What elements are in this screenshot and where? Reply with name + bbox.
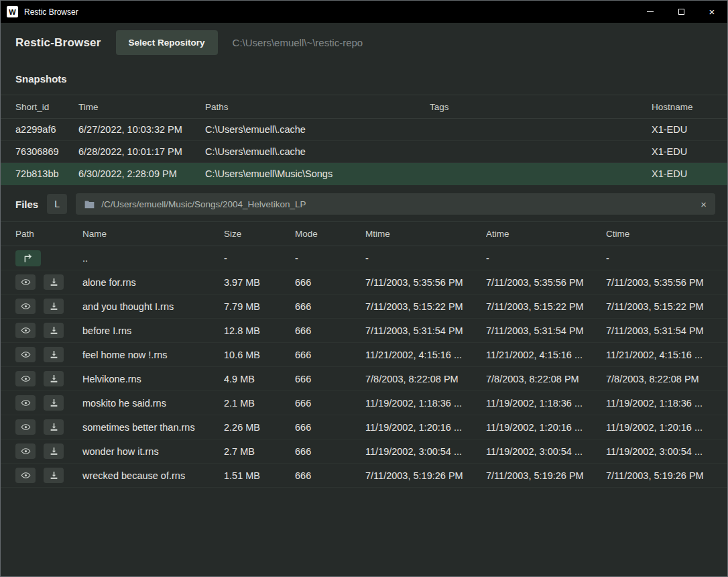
clear-path-button[interactable]: × [701, 199, 707, 209]
eye-icon [21, 399, 31, 407]
download-file-button[interactable] [44, 395, 64, 411]
file-row[interactable]: and you thought I.rns 7.79 MB 666 7/11/2… [1, 295, 727, 319]
file-size: 10.6 MB [224, 350, 295, 360]
file-atime: 7/11/2003, 5:31:54 PM [486, 325, 606, 336]
download-file-button[interactable] [44, 443, 64, 459]
column-time: Time [78, 102, 205, 112]
file-mtime: 7/11/2003, 5:31:54 PM [365, 325, 486, 336]
folder-icon [84, 200, 95, 209]
snapshot-hostname: X1-EDU [652, 146, 713, 157]
file-row[interactable]: wrecked because of.rns 1.51 MB 666 7/11/… [1, 464, 727, 488]
preview-file-button[interactable] [15, 274, 36, 290]
column-atime: Atime [486, 229, 606, 239]
file-name: and you thought I.rns [82, 301, 224, 312]
download-icon [50, 326, 58, 335]
download-file-button[interactable] [44, 468, 64, 483]
download-file-button[interactable] [44, 347, 64, 362]
preview-file-button[interactable] [15, 347, 36, 362]
files-table-header: Path Name Size Mode Mtime Atime Ctime [1, 221, 727, 246]
go-up-button[interactable] [15, 250, 41, 266]
file-mode: 666 [295, 350, 365, 360]
list-mode-button[interactable]: L [47, 194, 67, 214]
minimize-button[interactable] [635, 1, 666, 23]
eye-icon [21, 326, 31, 335]
preview-file-button[interactable] [15, 443, 36, 459]
download-icon [50, 302, 58, 311]
file-actions [15, 468, 82, 483]
download-file-button[interactable] [44, 274, 64, 290]
app-title: Restic-Browser [15, 36, 101, 50]
file-actions [15, 323, 82, 338]
file-mode: 666 [295, 374, 365, 384]
snapshot-time: 6/28/2022, 10:01:17 PM [78, 146, 205, 157]
current-path-input[interactable]: /C/Users/emuell/Music/Songs/2004_Helveti… [76, 193, 715, 215]
file-row[interactable]: moskito he said.rns 2.1 MB 666 11/19/200… [1, 391, 727, 415]
file-mtime: 11/19/2002, 1:18:36 ... [365, 398, 486, 409]
download-icon [50, 374, 58, 383]
close-button[interactable]: × [696, 1, 727, 23]
download-file-button[interactable] [44, 299, 64, 314]
snapshot-short-id: a2299af6 [15, 124, 78, 135]
file-row[interactable]: before I.rns 12.8 MB 666 7/11/2003, 5:31… [1, 319, 727, 343]
file-size: 2.7 MB [224, 446, 295, 457]
eye-icon [21, 447, 31, 456]
file-name: Helvikone.rns [82, 374, 224, 384]
file-row[interactable]: Helvikone.rns 4.9 MB 666 7/8/2003, 8:22:… [1, 367, 727, 391]
snapshot-time: 6/30/2022, 2:28:09 PM [78, 168, 205, 179]
file-row[interactable]: sometimes better than.rns 2.26 MB 666 11… [1, 415, 727, 439]
snapshot-short-id: 72b813bb [15, 168, 78, 179]
preview-file-button[interactable] [15, 419, 36, 435]
download-file-button[interactable] [44, 323, 64, 338]
file-ctime: - [606, 253, 715, 264]
file-row[interactable]: feel home now !.rns 10.6 MB 666 11/21/20… [1, 343, 727, 367]
files-toolbar: Files L /C/Users/emuell/Music/Songs/2004… [1, 187, 727, 221]
column-path: Path [15, 229, 82, 239]
download-icon [50, 399, 58, 407]
snapshots-section: Snapshots Short_id Time Paths Tags Hostn… [1, 62, 727, 185]
download-icon [50, 447, 58, 456]
snapshots-table-body: a2299af6 6/27/2022, 10:03:32 PM C:\Users… [1, 119, 727, 185]
preview-file-button[interactable] [15, 323, 36, 338]
download-icon [50, 471, 58, 480]
preview-file-button[interactable] [15, 395, 36, 411]
preview-file-button[interactable] [15, 468, 36, 483]
file-name: moskito he said.rns [82, 398, 224, 409]
files-heading: Files [15, 199, 38, 210]
snapshot-row[interactable]: 72b813bb 6/30/2022, 2:28:09 PM C:\Users\… [1, 163, 727, 185]
file-atime: 7/11/2003, 5:35:56 PM [486, 277, 606, 288]
maximize-button[interactable] [666, 1, 696, 23]
file-size: 2.1 MB [224, 398, 295, 409]
parent-row-actions [15, 250, 82, 266]
download-file-button[interactable] [44, 371, 64, 386]
file-mtime: 7/11/2003, 5:15:22 PM [365, 301, 486, 312]
titlebar-left: W Restic Browser [1, 6, 78, 17]
files-table-body: alone for.rns 3.97 MB 666 7/11/2003, 5:3… [1, 270, 727, 488]
preview-file-button[interactable] [15, 299, 36, 314]
snapshot-row[interactable]: a2299af6 6/27/2022, 10:03:32 PM C:\Users… [1, 119, 727, 141]
file-ctime: 11/19/2002, 1:20:16 ... [606, 422, 715, 433]
eye-icon [21, 471, 31, 480]
parent-directory-row[interactable]: .. - - - - - [1, 246, 727, 270]
close-icon: × [701, 199, 707, 210]
app-header: Restic-Browser Select Repository C:\User… [1, 23, 727, 62]
file-actions [15, 443, 82, 459]
file-row[interactable]: wonder how it.rns 2.7 MB 666 11/19/2002,… [1, 439, 727, 464]
select-repository-button[interactable]: Select Repository [116, 30, 218, 55]
file-row[interactable]: alone for.rns 3.97 MB 666 7/11/2003, 5:3… [1, 270, 727, 295]
file-ctime: 11/19/2002, 3:00:54 ... [606, 446, 715, 457]
snapshot-paths: C:\Users\emuell\Music\Songs [205, 168, 430, 179]
column-name: Name [82, 229, 224, 239]
file-name: before I.rns [82, 325, 224, 336]
preview-file-button[interactable] [15, 371, 36, 386]
file-mtime: 7/8/2003, 8:22:08 PM [365, 374, 486, 384]
eye-icon [21, 302, 31, 311]
eye-icon [21, 278, 31, 286]
file-ctime: 7/11/2003, 5:15:22 PM [606, 301, 715, 312]
file-ctime: 7/8/2003, 8:22:08 PM [606, 374, 715, 384]
current-path-value: /C/Users/emuell/Music/Songs/2004_Helveti… [101, 199, 694, 209]
eye-icon [21, 350, 31, 359]
column-size: Size [224, 229, 295, 239]
snapshot-row[interactable]: 76306869 6/28/2022, 10:01:17 PM C:\Users… [1, 141, 727, 163]
download-file-button[interactable] [44, 419, 64, 435]
column-mode: Mode [295, 229, 365, 239]
